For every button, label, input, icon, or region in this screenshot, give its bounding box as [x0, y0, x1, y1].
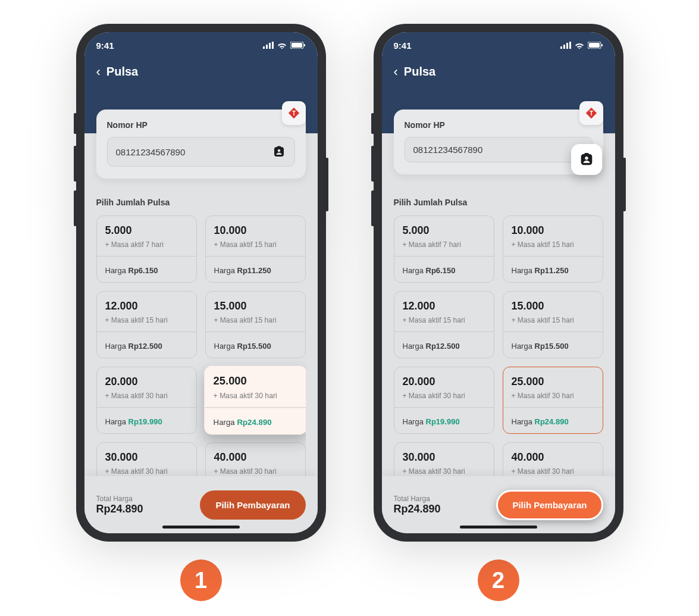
svg-rect-14 [566, 43, 568, 49]
amount-title: 5.000 [105, 224, 188, 237]
page-title: Pulsa [404, 65, 435, 79]
amount-validity: + Masa aktif 30 hari [105, 392, 188, 400]
phone-side-button [74, 146, 76, 182]
back-icon[interactable]: ‹ [96, 65, 101, 79]
phone-side-button [326, 158, 328, 211]
svg-rect-12 [560, 46, 562, 49]
phone-mockup-1: 9:41 ‹ Pulsa T Nomor HP [76, 24, 326, 542]
phone-number-label: Nomor HP [107, 120, 295, 130]
phone-number-input[interactable]: 08121234567890 [405, 137, 593, 162]
card-divider [394, 256, 494, 257]
amount-title: 10.000 [214, 224, 297, 237]
svg-rect-2 [269, 43, 271, 49]
amount-option-card[interactable]: 15.000+ Masa aktif 15 hariHarga Rp15.500 [205, 291, 306, 358]
phone-side-button [74, 113, 76, 134]
amount-validity: + Masa aktif 15 hari [512, 316, 594, 324]
amount-title: 10.000 [512, 224, 594, 237]
amount-title: 30.000 [403, 451, 485, 464]
svg-rect-5 [291, 43, 302, 48]
amount-option-card[interactable]: 5.000+ Masa aktif 7 hariHarga Rp6.150 [394, 215, 494, 283]
amount-title: 30.000 [105, 451, 188, 464]
card-divider [503, 256, 603, 257]
card-divider [97, 407, 196, 408]
wifi-icon [575, 40, 584, 51]
status-time: 9:41 [96, 40, 114, 51]
footer-bar: Total Harga Rp24.890 Pilih Pembayaran [84, 476, 318, 533]
amount-validity: + Masa aktif 15 hari [105, 316, 188, 324]
mockup-number-badge: 1 [180, 559, 222, 601]
phone-mockup-2: 9:41 ‹ Pulsa T Nomor HP [374, 24, 623, 542]
svg-rect-11 [277, 146, 281, 148]
provider-chip[interactable]: T [282, 101, 306, 125]
amount-validity: + Masa aktif 15 hari [512, 240, 594, 249]
amount-price: Harga Rp11.250 [512, 260, 594, 281]
status-time: 9:41 [394, 40, 412, 51]
choose-payment-button[interactable]: Pilih Pembayaran [496, 490, 603, 520]
amount-validity: + Masa aktif 30 hari [213, 392, 297, 400]
amount-title: 5.000 [403, 224, 485, 237]
contacts-popup-button[interactable] [571, 144, 602, 175]
amount-price: Harga Rp19.990 [403, 411, 485, 432]
amount-price: Harga Rp24.890 [512, 411, 594, 432]
mockup-number-badge: 2 [478, 559, 519, 601]
back-icon[interactable]: ‹ [394, 65, 398, 79]
page-title: Pulsa [106, 65, 138, 79]
home-indicator [162, 526, 240, 529]
phone-number-card: T Nomor HP 08121234567890 [96, 110, 306, 179]
amount-validity: + Masa aktif 15 hari [214, 240, 297, 249]
contacts-icon[interactable] [272, 145, 286, 159]
amount-validity: + Masa aktif 15 hari [214, 316, 297, 324]
amount-validity: + Masa aktif 30 hari [214, 467, 297, 476]
card-divider [206, 256, 305, 257]
amount-validity: + Masa aktif 30 hari [105, 467, 188, 476]
amount-option-card[interactable]: 12.000+ Masa aktif 15 hariHarga Rp12.500 [394, 291, 494, 358]
card-divider [503, 332, 603, 332]
amount-title: 25.000 [213, 375, 297, 387]
amount-price: Harga Rp6.150 [105, 260, 188, 281]
amount-price: Harga Rp12.500 [105, 336, 188, 357]
amount-validity: + Masa aktif 7 hari [403, 240, 485, 249]
amount-validity: + Masa aktif 30 hari [403, 392, 485, 400]
choose-payment-button[interactable]: Pilih Pembayaran [200, 490, 305, 520]
amount-title: 40.000 [214, 451, 297, 464]
signal-icon [263, 40, 274, 51]
amount-option-card[interactable]: 20.000+ Masa aktif 30 hariHarga Rp19.990 [394, 367, 494, 434]
amount-grid: 5.000+ Masa aktif 7 hariHarga Rp6.15010.… [394, 215, 603, 492]
amount-option-card[interactable]: 10.000+ Masa aktif 15 hariHarga Rp11.250 [503, 215, 603, 283]
svg-rect-0 [263, 46, 265, 49]
svg-rect-6 [304, 44, 305, 46]
amount-price: Harga Rp19.990 [105, 411, 188, 432]
amount-option-card[interactable]: 25.000+ Masa aktif 30 hariHarga Rp24.890 [204, 366, 306, 434]
signal-icon [560, 40, 571, 51]
provider-icon: T [585, 107, 598, 120]
amount-option-card[interactable]: 20.000+ Masa aktif 30 hariHarga Rp19.990 [96, 367, 197, 434]
amount-option-card[interactable]: 10.000+ Masa aktif 15 hariHarga Rp11.250 [205, 215, 306, 283]
card-divider [205, 407, 306, 408]
amount-title: 25.000 [512, 376, 594, 388]
amount-title: 15.000 [214, 300, 297, 312]
amount-option-card[interactable]: 12.000+ Masa aktif 15 hariHarga Rp12.500 [96, 291, 197, 358]
amount-validity: + Masa aktif 30 hari [403, 467, 485, 476]
card-divider [394, 407, 494, 408]
amount-title: 12.000 [105, 300, 188, 312]
amount-option-card[interactable]: 25.000+ Masa aktif 30 hariHarga Rp24.890 [503, 367, 603, 434]
amount-option-card[interactable]: 5.000+ Masa aktif 7 hariHarga Rp6.150 [96, 215, 197, 283]
phone-side-button [74, 190, 76, 226]
phone-side-button [623, 158, 626, 211]
total-value: Rp24.890 [394, 503, 441, 515]
phone-number-input[interactable]: 08121234567890 [107, 137, 295, 167]
amount-option-card[interactable]: 15.000+ Masa aktif 15 hariHarga Rp15.500 [503, 291, 603, 358]
amount-title: 20.000 [403, 376, 485, 388]
battery-icon [588, 40, 603, 51]
amount-price: Harga Rp11.250 [214, 260, 297, 281]
provider-chip[interactable]: T [579, 101, 603, 125]
svg-text:T: T [291, 110, 296, 117]
total-label: Total Harga [394, 495, 441, 503]
phone-number-value: 08121234567890 [116, 147, 272, 157]
provider-icon: T [287, 107, 300, 120]
card-divider [503, 407, 603, 408]
svg-rect-3 [272, 42, 274, 49]
phone-side-button [371, 190, 374, 226]
svg-point-10 [277, 149, 280, 152]
svg-rect-1 [266, 45, 268, 49]
